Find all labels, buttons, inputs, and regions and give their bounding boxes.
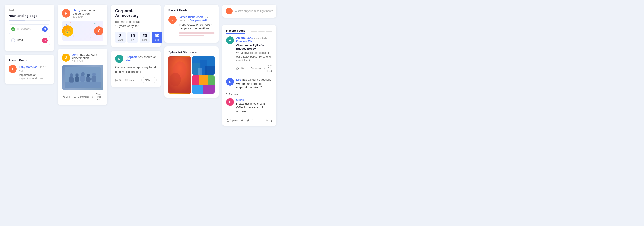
art-image-2	[192, 57, 214, 75]
corporate-desc-line1: It's time to celebrate	[115, 20, 141, 24]
qa-question-text: Where can I find old corporate archives?	[236, 82, 272, 89]
task-section-label: Task	[8, 9, 50, 12]
post-text: Importance of appreciation at work	[19, 73, 50, 80]
view-full-post-button[interactable]: View Full Post	[92, 93, 104, 101]
svg-rect-36	[208, 76, 214, 85]
compose-input[interactable]: What's on your mind right now?	[235, 10, 273, 13]
art-svg-2	[192, 57, 214, 75]
right-feeds-card: Recent Feeds A Alberto Lane has posted i…	[222, 25, 276, 126]
upvote-label: Upvote	[230, 119, 239, 122]
task-item-html[interactable]: HTML S	[8, 36, 50, 45]
right-tab-1	[251, 31, 257, 32]
recent-posts-title: Recent Posts	[8, 59, 50, 62]
idea-header-text: Stephen has shared an Idea	[126, 55, 157, 62]
corporate-title: Corporate Anniversary	[115, 9, 157, 18]
feed-view-button[interactable]: View Full Post	[264, 64, 273, 72]
feed-loading-bar1	[179, 32, 214, 34]
feed-avatar-james: J	[168, 16, 176, 24]
feed-like-button[interactable]: Like	[236, 67, 244, 70]
badge-text: Harry awarded a badge to you.	[73, 9, 104, 15]
avatar-html: S	[42, 38, 48, 43]
people-illustration	[64, 67, 101, 88]
check-icon	[11, 27, 15, 31]
svg-point-17	[80, 72, 85, 76]
feed-item-alberto: A Alberto Lane has posted in Company Wal…	[226, 36, 272, 72]
post-item: T Tony Mathews 11.20 PM Importance of ap…	[8, 65, 50, 80]
svg-point-20	[92, 76, 96, 82]
feed-comment-button[interactable]: Comment	[247, 67, 262, 70]
svg-point-27	[170, 73, 181, 86]
hr-label: Hr	[130, 39, 136, 41]
downvote-icon	[246, 119, 250, 122]
idea-avatar: S	[115, 55, 123, 63]
comment-stat: 92	[115, 78, 122, 82]
upvote-button[interactable]: Upvote	[226, 119, 239, 122]
badge-author: Harry	[73, 9, 80, 12]
badge-visual: 👑 Y	[62, 21, 104, 41]
like-button[interactable]: Like	[62, 95, 70, 98]
sec-num: 50	[154, 34, 160, 38]
comment-stat-icon	[115, 78, 118, 82]
feed-actions: Like Comment View Full Post	[236, 64, 273, 72]
post-author: Tony Mathews	[19, 66, 38, 69]
compose-area: T What's on your mind right now?	[222, 5, 276, 18]
right-tab-2	[258, 31, 265, 32]
view-icon	[92, 95, 93, 98]
recent-feeds-title: Recent Feeds	[168, 9, 188, 13]
qa-header-text: Leo has asked a question.	[236, 78, 272, 81]
feed-wall: Company Wall	[190, 19, 206, 22]
view-stat-icon	[125, 78, 128, 82]
corporate-card: Corporate Anniversary It's time to celeb…	[111, 5, 161, 47]
avatar-illustrations: M	[42, 27, 48, 32]
task-item-illustrations[interactable]: Illustrations M	[8, 25, 50, 34]
right-feeds-title: Recent Feeds	[226, 29, 246, 34]
badge-time: 11:25 AM	[73, 15, 104, 18]
answer-count: 1 Answer	[226, 91, 272, 96]
qa-avatar-olivia: O	[226, 98, 234, 106]
svg-point-21	[92, 73, 96, 76]
conv-author: John	[72, 53, 79, 56]
alberto-name: Alberto Lane	[236, 36, 253, 40]
corporate-desc: It's time to celebrate 10 years of Zylke…	[115, 20, 157, 28]
comment-button[interactable]: Comment	[74, 95, 88, 98]
conv-actions: Like Comment View Full Post	[62, 93, 104, 101]
svg-point-13	[70, 73, 73, 77]
new-label: New	[145, 78, 150, 82]
comment-count: 92	[120, 78, 122, 82]
svg-rect-22	[64, 82, 101, 88]
tab-line-1	[193, 11, 199, 11]
svg-line-39	[264, 68, 265, 68]
svg-line-23	[92, 96, 93, 97]
mins-label: Mins	[142, 39, 148, 41]
countdown-mins: 20 Mins	[140, 32, 150, 43]
idea-stats: 92 875 New	[115, 77, 157, 83]
feed-item-james: J James Richardson has posted in Company…	[168, 16, 214, 36]
idea-text: Can we have a repository for all creativ…	[115, 65, 157, 74]
conv-text: John has started a conversation.	[72, 53, 104, 60]
idea-label: Idea	[126, 59, 132, 62]
recent-feeds-card: Recent Feeds J James Richardson has post…	[164, 5, 218, 43]
idea-has-shared: has shared an	[138, 55, 156, 59]
downvote-button[interactable]	[246, 119, 250, 122]
upvote-count: 45	[241, 119, 244, 122]
days-label: Days	[118, 39, 123, 41]
svg-rect-34	[192, 76, 199, 85]
recipient-avatar: Y	[94, 27, 103, 36]
feed-loading-bar2	[179, 35, 204, 36]
conv-time: 11:28 AM	[72, 60, 104, 62]
like-label: Like	[66, 95, 70, 98]
reply-button[interactable]: Reply	[265, 119, 272, 122]
alberto-wall: Company Wall	[236, 40, 253, 43]
new-button[interactable]: New	[141, 77, 157, 83]
chevron-down-icon	[151, 79, 153, 81]
crown-badge: 👑	[62, 25, 74, 37]
svg-rect-38	[203, 85, 214, 94]
svg-point-2	[94, 23, 95, 25]
art-image-1	[168, 57, 191, 94]
feed-post-title: Changes in Zylker's privacy policy	[236, 44, 273, 50]
art-svg-1	[168, 57, 191, 94]
art-grid	[168, 57, 214, 94]
feed-view-label: View Full Post	[266, 64, 273, 72]
svg-point-18	[86, 76, 90, 83]
view-full-label: View Full Post	[94, 93, 104, 101]
